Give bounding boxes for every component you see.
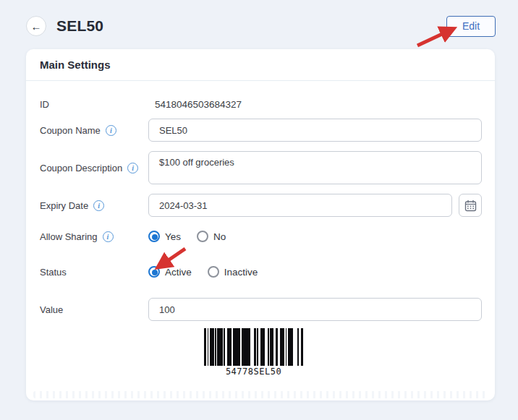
field-row-id: ID 5418046503684327 [40, 94, 482, 114]
value-label: Value [40, 304, 63, 315]
radio-status-inactive[interactable]: Inactive [208, 266, 258, 278]
main-settings-card: Main Settings ID 5418046503684327 Coupon… [26, 49, 495, 400]
info-icon[interactable]: i [106, 125, 116, 136]
arrow-left-icon: ← [31, 21, 42, 32]
card-header: Main Settings [26, 49, 495, 81]
coupon-description-label-wrap: Coupon Description i [40, 163, 148, 173]
coupon-name-label-wrap: Coupon Name i [40, 125, 148, 136]
radio-label[interactable]: Inactive [224, 267, 258, 278]
radio-button-icon[interactable] [148, 266, 160, 278]
info-icon[interactable]: i [93, 200, 104, 211]
status-label: Status [40, 267, 67, 278]
radio-label[interactable]: Yes [165, 231, 181, 242]
allow-sharing-label: Allow Sharing [40, 231, 98, 242]
id-value: 5418046503684327 [148, 99, 242, 110]
card-body: ID 5418046503684327 Coupon Name i Coupon… [26, 81, 495, 377]
id-label: ID [40, 99, 49, 110]
radio-button-icon[interactable] [148, 231, 160, 242]
radio-allow-sharing-yes[interactable]: Yes [148, 231, 181, 242]
field-row-expiry-date: Expiry Date i [40, 194, 482, 217]
calendar-icon [464, 200, 477, 212]
page-header: ← SEL50 Edit [26, 13, 496, 39]
barcode-image [204, 328, 303, 366]
info-icon[interactable]: i [103, 231, 114, 242]
radio-button-icon[interactable] [197, 231, 208, 242]
field-row-allow-sharing: Allow Sharing i Yes No [40, 226, 482, 247]
date-picker-button[interactable] [459, 194, 482, 217]
edit-button[interactable]: Edit [446, 16, 496, 37]
field-row-status: Status Active Inactive [40, 262, 482, 282]
status-label-wrap: Status [40, 267, 148, 278]
field-row-coupon-description: Coupon Description i $100 off groceries [40, 151, 482, 184]
radio-status-active[interactable]: Active [148, 266, 192, 278]
radio-button-icon[interactable] [208, 266, 219, 278]
barcode-text: 54778SEL50 [204, 367, 303, 377]
value-label-wrap: Value [40, 304, 148, 315]
expiry-date-label-wrap: Expiry Date i [40, 200, 148, 211]
coupon-description-label: Coupon Description [40, 163, 122, 173]
coupon-description-input[interactable]: $100 off groceries [148, 151, 482, 184]
back-button[interactable]: ← [26, 16, 46, 36]
field-row-coupon-name: Coupon Name i [40, 119, 482, 142]
page-title: SEL50 [56, 17, 103, 35]
card-title: Main Settings [40, 59, 111, 71]
card-bottom-stripes [33, 391, 488, 398]
coupon-name-input[interactable] [148, 119, 482, 142]
id-label-wrap: ID [40, 99, 148, 110]
expiry-date-label: Expiry Date [40, 200, 88, 211]
allow-sharing-label-wrap: Allow Sharing i [40, 231, 148, 242]
barcode-block: 54778SEL50 [204, 328, 303, 377]
value-input[interactable] [148, 298, 482, 321]
coupon-name-label: Coupon Name [40, 125, 101, 136]
info-icon[interactable]: i [127, 163, 138, 173]
radio-allow-sharing-no[interactable]: No [197, 231, 226, 242]
radio-label[interactable]: Active [165, 267, 192, 278]
expiry-date-input[interactable] [148, 194, 452, 217]
radio-label[interactable]: No [213, 231, 226, 242]
field-row-value: Value [40, 298, 482, 321]
